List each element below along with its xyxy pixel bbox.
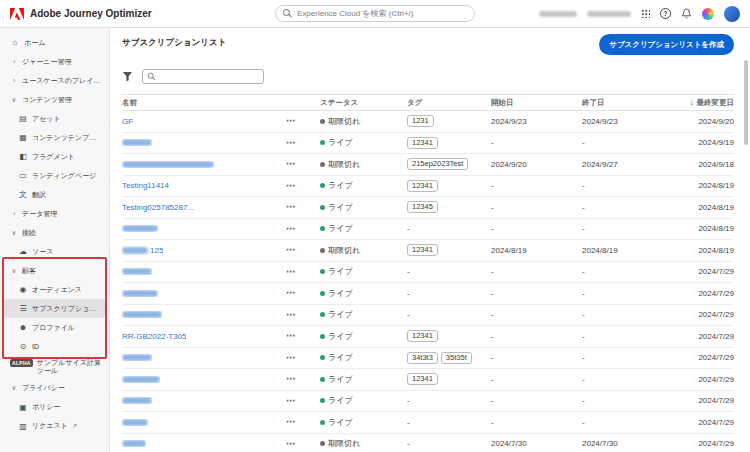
apps-grid-icon[interactable]	[641, 9, 650, 18]
sidebar-item-playbooks[interactable]: ›ユースケースのプレイブック	[3, 71, 106, 90]
more-options-button[interactable]: ⋯	[284, 159, 298, 169]
sidebar-item-customer[interactable]: ∨顧客	[3, 261, 106, 280]
row-name-link[interactable]: Testing025785287...	[122, 203, 194, 212]
more-options-button[interactable]: ⋯	[284, 245, 298, 255]
assistant-icon[interactable]	[702, 8, 714, 20]
row-name-masked	[122, 161, 214, 168]
more-options-button[interactable]: ⋯	[284, 310, 298, 320]
table-row[interactable]: ⋯ ライブ - - - 2024/7/29	[122, 305, 734, 327]
sidebar-item-requests[interactable]: ▥リクエスト↗	[3, 417, 106, 436]
row-name-link[interactable]: Testing11414	[122, 181, 169, 190]
column-header[interactable]: 開始日	[491, 98, 582, 108]
column-header[interactable]: 名前	[122, 98, 320, 108]
create-subscription-list-button[interactable]: サブスクリプションリストを作成	[599, 34, 734, 55]
tags-cell: 12345	[407, 201, 491, 213]
sidebar-item-assets[interactable]: ▤アセット	[3, 109, 106, 128]
empty-value: -	[407, 418, 410, 427]
funnel-icon	[122, 71, 133, 82]
landing-icon: ▭	[18, 171, 28, 180]
filter-button[interactable]	[122, 71, 133, 82]
row-name-masked	[122, 225, 158, 232]
table-row[interactable]: ⋯ ライブ - - - 2024/7/29	[122, 262, 734, 284]
more-options-button[interactable]: ⋯	[284, 181, 298, 191]
sidebar-item-landing-pages[interactable]: ▭ランディングページ	[3, 166, 106, 185]
scrollbar[interactable]	[744, 60, 748, 145]
status-cell: ライブ	[320, 395, 407, 406]
avatar[interactable]	[724, 6, 740, 22]
sidebar-item-journeys[interactable]: ›ジャーニー管理	[3, 52, 106, 71]
start-date-cell: -	[491, 353, 582, 362]
more-options-button[interactable]: ⋯	[284, 417, 298, 427]
sidebar-item-sources[interactable]: ☁ソース	[3, 242, 106, 261]
table-row[interactable]: 125 ⋯ 期限切れ 12341 2024/8/19 2024/8/19 202…	[122, 240, 734, 262]
sidebar-item-label: ホーム	[24, 38, 45, 48]
more-options-button[interactable]: ⋯	[284, 202, 298, 212]
more-options-button[interactable]: ⋯	[284, 267, 298, 277]
sidebar-item-fragments[interactable]: ◧フラグメント	[3, 147, 106, 166]
table-row[interactable]: ⋯ ライブ 34t3t335t35t - - 2024/7/29	[122, 348, 734, 370]
table-row[interactable]: ⋯ 期限切れ 215ep2023Test 2024/9/20 2024/9/27…	[122, 154, 734, 176]
table-row[interactable]: ⋯ ライブ - - - 2024/8/19	[122, 219, 734, 241]
column-header[interactable]: 終了日	[582, 98, 668, 108]
column-header[interactable]: タグ	[407, 98, 491, 108]
column-header-label: 名前	[122, 98, 137, 108]
sidebar-item-content-templates[interactable]: ▦コンテンツテンプレート	[3, 128, 106, 147]
global-search-input[interactable]	[297, 9, 467, 18]
more-options-button[interactable]: ⋯	[284, 138, 298, 148]
sidebar-item-audiences[interactable]: ◉オーディエンス	[3, 280, 106, 299]
sidebar-item-home[interactable]: ⌂ホーム	[3, 33, 106, 52]
table-row[interactable]: RR-GB2022-T305 ⋯ ライブ 12341 - - 2024/7/29	[122, 326, 734, 348]
bell-icon[interactable]	[681, 8, 692, 19]
table-row[interactable]: ⋯ ライブ 12341 - - 2024/9/19	[122, 133, 734, 155]
table-row[interactable]: Testing11414 ⋯ ライブ 12341 - - 2024/8/19	[122, 176, 734, 198]
more-options-button[interactable]: ⋯	[284, 224, 298, 234]
more-options-button[interactable]: ⋯	[284, 439, 298, 449]
sidebar-item-subscription-lists[interactable]: ☰サブスクリプションリスト	[3, 299, 106, 318]
row-name-link[interactable]: 125	[150, 246, 163, 255]
column-header[interactable]: ↓最終変更日	[668, 98, 734, 108]
sidebar-item-data[interactable]: ›データ管理	[3, 204, 106, 223]
status-label: ライブ	[328, 180, 353, 191]
more-options-button[interactable]: ⋯	[284, 353, 298, 363]
status-label: ライブ	[328, 202, 353, 213]
sidebar-item-sample-size-calculator[interactable]: ALPHAサンプルサイズ計算ツール	[3, 356, 106, 379]
sidebar-item-translation[interactable]: 文翻訳	[3, 185, 106, 204]
name-cell: Testing025785287... ⋯	[122, 202, 320, 212]
tags-cell: -	[407, 224, 491, 233]
end-date-cell: -	[582, 267, 668, 276]
tag-pill: 12341	[407, 180, 438, 192]
status-cell: ライブ	[320, 202, 407, 213]
table-row[interactable]: ⋯ ライブ - - - 2024/7/29	[122, 412, 734, 434]
table-row[interactable]: Testing025785287... ⋯ ライブ 12345 - - 2024…	[122, 197, 734, 219]
sidebar-item-profiles[interactable]: ☻プロファイル	[3, 318, 106, 337]
more-options-button[interactable]: ⋯	[284, 331, 298, 341]
more-options-button[interactable]: ⋯	[284, 396, 298, 406]
row-name-link[interactable]: GF	[122, 117, 133, 126]
chevron-down-icon: ∨	[10, 384, 18, 392]
global-search[interactable]	[275, 5, 475, 22]
more-options-button[interactable]: ⋯	[284, 288, 298, 298]
table-row[interactable]: ⋯ 期限切れ - 2024/7/30 2024/7/30 2024/7/29	[122, 434, 734, 452]
more-options-button[interactable]: ⋯	[284, 116, 298, 126]
column-header[interactable]: ステータス	[320, 98, 407, 108]
table-search-input[interactable]	[160, 72, 259, 81]
sidebar-item-content[interactable]: ∨コンテンツ管理	[3, 90, 106, 109]
sidebar-item-id[interactable]: ⊙ID	[3, 337, 106, 356]
help-icon[interactable]: ?	[660, 8, 671, 19]
sidebar-item-connections[interactable]: ∨接続	[3, 223, 106, 242]
row-name-link[interactable]: RR-GB2022-T305	[122, 332, 186, 341]
table-row[interactable]: ⋯ ライブ - - - 2024/7/29	[122, 283, 734, 305]
brand: Adobe Journey Optimizer	[10, 8, 152, 20]
tags-cell: 12341	[407, 137, 491, 149]
sidebar-item-privacy[interactable]: ∨プライバシー	[3, 379, 106, 398]
status-cell: ライブ	[320, 266, 407, 277]
tags-cell: -	[407, 267, 491, 276]
more-options-button[interactable]: ⋯	[284, 374, 298, 384]
table-row[interactable]: GF ⋯ 期限切れ 1231 2024/9/23 2024/9/23 2024/…	[122, 111, 734, 133]
source-icon: ☁	[18, 247, 28, 256]
empty-value: -	[407, 439, 410, 448]
table-row[interactable]: ⋯ ライブ 12341 - - 2024/7/29	[122, 369, 734, 391]
table-search[interactable]	[142, 69, 264, 84]
table-row[interactable]: ⋯ ライブ - - - 2024/7/29	[122, 391, 734, 413]
sidebar-item-policies[interactable]: ▣ポリシー	[3, 398, 106, 417]
